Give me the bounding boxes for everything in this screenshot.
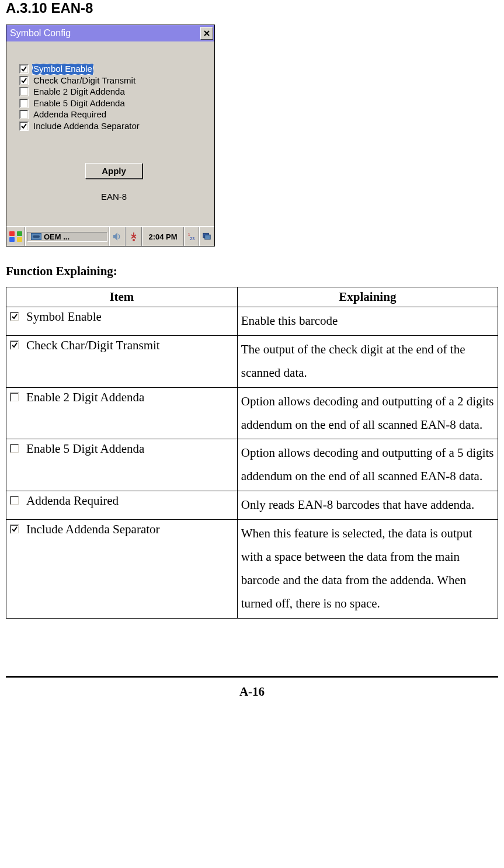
input-panel-icon: 123	[187, 231, 196, 242]
speaker-icon	[112, 231, 123, 242]
item-explain: Enable this barcode	[237, 307, 498, 336]
windows-flag-icon	[9, 231, 22, 242]
item-label: Symbol Enable	[26, 310, 102, 324]
checkbox-icon[interactable]	[19, 121, 29, 131]
option-row[interactable]: Enable 5 Digit Addenda	[19, 98, 208, 109]
desktop-icon	[202, 231, 212, 242]
option-label: Include Addenda Separator	[32, 121, 141, 132]
checkbox-icon	[10, 496, 19, 505]
item-explain: Option allows decoding and outputting of…	[237, 439, 498, 491]
svg-text:23: 23	[190, 237, 194, 241]
table-row: Check Char/Digit TransmitThe output of t…	[6, 335, 498, 387]
svg-rect-4	[205, 235, 210, 239]
item-label: Addenda Required	[26, 494, 119, 508]
option-row[interactable]: Addenda Required	[19, 109, 208, 120]
checkbox-icon[interactable]	[19, 87, 29, 96]
option-label: Check Char/Digit Transmit	[32, 75, 137, 86]
table-row: Symbol EnableEnable this barcode	[6, 307, 498, 336]
taskbar-task-oem[interactable]: OEM ...	[27, 232, 107, 242]
function-table: Item Explaining Symbol EnableEnable this…	[6, 287, 498, 619]
start-button[interactable]	[6, 227, 25, 246]
option-label: Symbol Enable	[32, 64, 93, 75]
item-explain: Only reads EAN-8 barcodes that have adde…	[237, 491, 498, 520]
taskbar: OEM ... 2:04 PM 123	[6, 226, 214, 246]
checkbox-icon	[10, 393, 19, 402]
network-disconnected-icon	[128, 231, 139, 242]
item-explain: The output of the check digit at the end…	[237, 335, 498, 387]
apply-button[interactable]: Apply	[85, 163, 142, 179]
checkbox-icon[interactable]	[19, 64, 29, 74]
tray-network[interactable]	[126, 227, 142, 246]
item-label: Include Addenda Separator	[26, 522, 160, 537]
table-header-explaining: Explaining	[237, 287, 498, 307]
option-label: Enable 2 Digit Addenda	[32, 86, 126, 98]
tray-input[interactable]: 123	[184, 227, 199, 246]
item-explain: Option allows decoding and outputting of…	[237, 387, 498, 439]
dialog-subtitle: EAN-8	[19, 192, 208, 218]
option-row[interactable]: Enable 2 Digit Addenda	[19, 86, 208, 98]
table-row: Include Addenda SeparatorWhen this featu…	[6, 520, 498, 619]
symbol-config-window: Symbol Config Symbol EnableCheck Char/Di…	[6, 25, 215, 246]
table-row: Enable 2 Digit AddendaOption allows deco…	[6, 387, 498, 439]
section-title: A.3.10 EAN-8	[6, 0, 498, 16]
option-label: Enable 5 Digit Addenda	[32, 98, 126, 109]
checkbox-icon[interactable]	[19, 99, 29, 108]
option-row[interactable]: Include Addenda Separator	[19, 121, 208, 132]
window-title: Symbol Config	[10, 28, 71, 39]
tray-desktop[interactable]	[199, 227, 214, 246]
close-button[interactable]	[200, 27, 213, 40]
table-row: Addenda RequiredOnly reads EAN-8 barcode…	[6, 491, 498, 520]
close-icon	[204, 30, 210, 36]
task-label: OEM ...	[44, 232, 69, 241]
checkbox-icon	[10, 312, 19, 321]
option-row[interactable]: Check Char/Digit Transmit	[19, 75, 208, 86]
item-explain: When this feature is selected, the data …	[237, 520, 498, 619]
page-number: A-16	[6, 685, 498, 704]
footer-rule	[6, 676, 498, 678]
checkbox-icon	[10, 341, 19, 350]
checkbox-icon[interactable]	[19, 110, 29, 119]
option-row[interactable]: Symbol Enable	[19, 64, 208, 75]
checkbox-icon	[10, 444, 19, 453]
item-label: Enable 2 Digit Addenda	[26, 390, 144, 405]
item-label: Check Char/Digit Transmit	[26, 338, 160, 353]
option-label: Addenda Required	[32, 109, 107, 120]
checkbox-icon	[10, 525, 19, 534]
app-icon	[31, 233, 41, 240]
item-label: Enable 5 Digit Addenda	[26, 442, 144, 456]
titlebar: Symbol Config	[6, 25, 214, 41]
svg-point-0	[133, 239, 135, 241]
table-row: Enable 5 Digit AddendaOption allows deco…	[6, 439, 498, 491]
taskbar-clock[interactable]: 2:04 PM	[142, 227, 184, 246]
function-explaining-heading: Function Explaining:	[6, 264, 498, 279]
tray-volume[interactable]	[109, 227, 126, 246]
table-header-item: Item	[6, 287, 238, 307]
checkbox-icon[interactable]	[19, 76, 29, 85]
